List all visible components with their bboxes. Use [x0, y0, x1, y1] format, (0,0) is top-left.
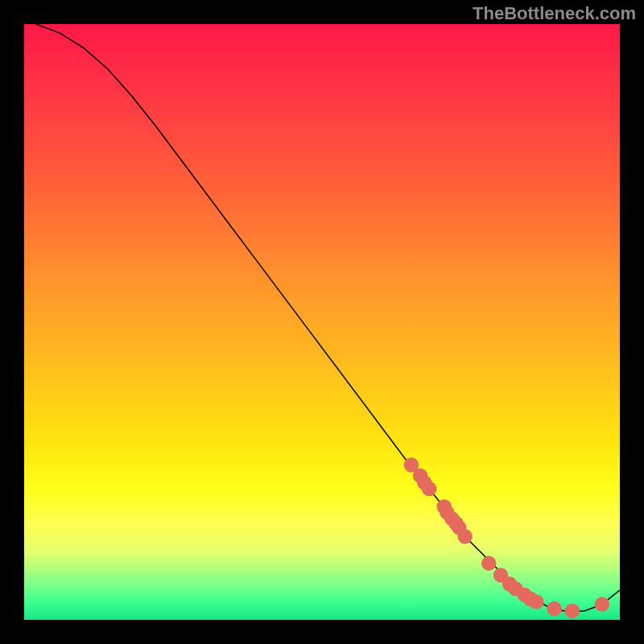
attribution-text: TheBottleneck.com: [473, 3, 636, 24]
plot-area: [24, 24, 620, 620]
dot: [568, 606, 576, 615]
dot: [460, 532, 469, 541]
bottleneck-curve: [36, 24, 620, 612]
dot: [597, 600, 606, 609]
dot: [532, 597, 541, 606]
dot: [550, 604, 559, 613]
dot: [407, 460, 415, 469]
chart-svg: [24, 24, 620, 620]
dot: [425, 485, 434, 493]
dot: [485, 559, 493, 568]
dot: [496, 571, 505, 580]
highlight-dots: [407, 460, 606, 615]
